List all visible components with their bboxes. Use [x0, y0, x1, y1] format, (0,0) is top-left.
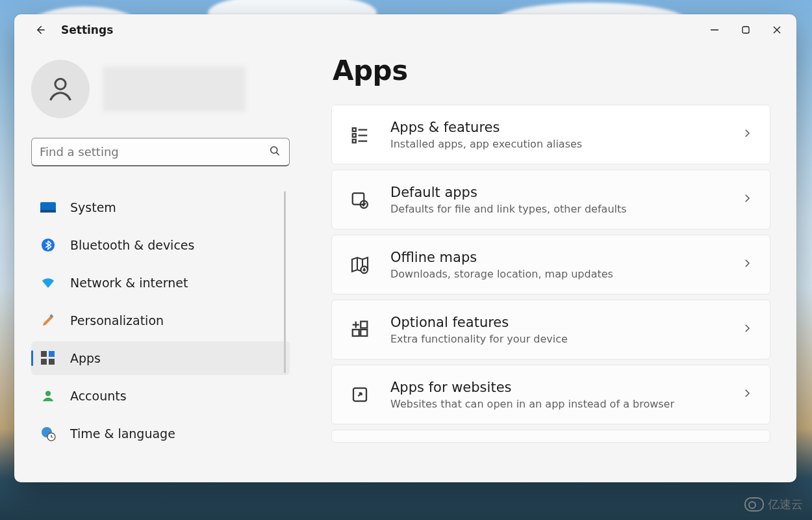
chevron-right-icon	[741, 387, 753, 402]
sidebar-item-system[interactable]: System	[31, 190, 290, 224]
card-optional-features[interactable]: Optional features Extra functionality fo…	[331, 300, 770, 359]
sidebar-scrollbar[interactable]	[284, 191, 286, 373]
card-title: Apps & features	[390, 120, 722, 135]
sidebar-item-label: Bluetooth & devices	[70, 238, 194, 252]
sidebar-item-label: Accounts	[70, 389, 127, 403]
watermark-text: 亿速云	[768, 497, 803, 512]
wifi-icon	[40, 275, 56, 291]
svg-rect-27	[353, 330, 359, 336]
accounts-icon	[40, 388, 56, 404]
watermark-logo-icon	[744, 497, 764, 512]
sidebar: System Bluetooth & devices Network & int…	[14, 46, 320, 482]
apps-icon	[40, 350, 56, 366]
svg-rect-13	[41, 359, 47, 365]
sidebar-item-label: Personalization	[70, 313, 164, 328]
card-default-apps[interactable]: Default apps Defaults for file and link …	[331, 170, 770, 229]
apps-features-icon	[349, 124, 371, 146]
card-offline-maps[interactable]: Offline maps Downloads, storage location…	[331, 235, 770, 294]
card-subtitle: Extra functionality for your device	[390, 333, 722, 345]
chevron-right-icon	[741, 257, 753, 272]
card-subtitle: Defaults for file and link types, other …	[390, 203, 722, 215]
svg-rect-28	[361, 330, 367, 336]
sidebar-item-label: System	[70, 200, 116, 214]
svg-point-15	[45, 391, 51, 396]
svg-rect-12	[49, 351, 55, 357]
watermark: 亿速云	[744, 497, 803, 512]
card-subtitle: Downloads, storage location, map updates	[390, 268, 722, 280]
profile-name-redacted	[103, 66, 246, 112]
default-apps-icon	[349, 188, 371, 211]
svg-rect-29	[361, 322, 367, 328]
svg-point-5	[271, 146, 277, 153]
paintbrush-icon	[40, 313, 56, 328]
sidebar-nav: System Bluetooth & devices Network & int…	[31, 188, 290, 452]
svg-rect-14	[49, 359, 55, 365]
card-title: Default apps	[390, 185, 722, 200]
app-title: Settings	[61, 23, 113, 36]
card-subtitle: Websites that can open in an app instead…	[390, 398, 722, 410]
svg-rect-8	[40, 210, 56, 213]
svg-rect-20	[353, 140, 356, 143]
sidebar-item-time[interactable]: Time & language	[31, 417, 290, 450]
sidebar-item-personalization[interactable]: Personalization	[31, 304, 290, 337]
sidebar-item-label: Apps	[70, 351, 101, 365]
time-language-icon	[40, 426, 56, 441]
close-button[interactable]	[761, 14, 793, 46]
minimize-button[interactable]	[699, 14, 730, 46]
chevron-right-icon	[741, 192, 753, 207]
profile-block[interactable]	[31, 60, 307, 118]
main-content: Apps Apps & features Installed apps, app…	[320, 46, 796, 482]
svg-rect-19	[353, 134, 356, 137]
settings-window: Settings System	[14, 14, 796, 482]
offline-maps-icon	[349, 254, 371, 276]
svg-point-4	[55, 79, 66, 89]
page-title: Apps	[333, 55, 770, 86]
sidebar-item-apps[interactable]: Apps	[31, 341, 290, 375]
search-field[interactable]	[40, 145, 268, 159]
chevron-right-icon	[741, 322, 753, 337]
card-peek-next[interactable]	[331, 430, 770, 443]
svg-rect-18	[353, 128, 356, 131]
chevron-right-icon	[741, 127, 753, 142]
card-subtitle: Installed apps, app execution aliases	[390, 138, 722, 150]
avatar	[31, 60, 90, 118]
sidebar-item-bluetooth[interactable]: Bluetooth & devices	[31, 228, 290, 262]
apps-for-websites-icon	[349, 384, 371, 406]
sidebar-item-label: Network & internet	[70, 276, 188, 290]
maximize-button[interactable]	[730, 14, 761, 46]
sidebar-item-network[interactable]: Network & internet	[31, 266, 290, 300]
sidebar-item-accounts[interactable]: Accounts	[31, 379, 290, 413]
card-apps-features[interactable]: Apps & features Installed apps, app exec…	[331, 105, 770, 164]
svg-rect-24	[353, 193, 364, 205]
search-icon	[268, 144, 281, 160]
card-title: Offline maps	[390, 250, 722, 265]
titlebar: Settings	[14, 14, 796, 46]
bluetooth-icon	[40, 237, 56, 253]
search-input[interactable]	[31, 138, 290, 166]
svg-rect-1	[742, 27, 749, 33]
card-apps-for-websites[interactable]: Apps for websites Websites that can open…	[331, 365, 770, 424]
card-title: Optional features	[390, 315, 722, 330]
svg-rect-11	[41, 351, 47, 357]
optional-features-icon	[349, 318, 371, 341]
back-button[interactable]	[29, 18, 52, 42]
svg-line-6	[277, 152, 279, 155]
sidebar-item-label: Time & language	[70, 426, 175, 441]
settings-cards: Apps & features Installed apps, app exec…	[331, 105, 770, 443]
card-title: Apps for websites	[390, 380, 722, 395]
system-icon	[40, 200, 56, 215]
